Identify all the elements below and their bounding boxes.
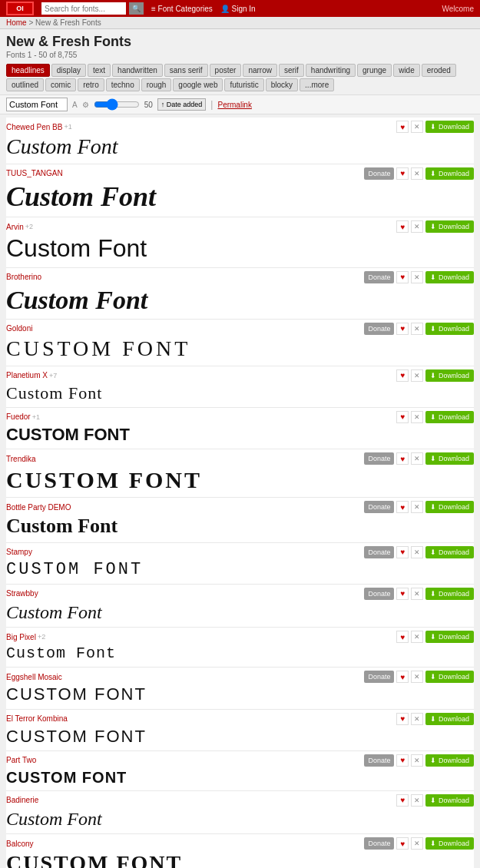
font-name-link[interactable]: Part Two — [6, 756, 36, 764]
font-name-link[interactable]: Planetium X — [6, 371, 48, 379]
heart-button[interactable]: ♥ — [396, 546, 409, 558]
donate-button[interactable]: Donate — [364, 452, 394, 465]
download-button[interactable]: ⬇ Download — [425, 452, 474, 465]
font-preview[interactable]: Custom Font — [6, 807, 474, 830]
filter-tab-handwritten[interactable]: handwritten — [112, 64, 163, 77]
block-button[interactable]: ✕ — [411, 671, 423, 683]
font-name-link[interactable]: El Terror Kombina — [6, 714, 68, 723]
filter-tab-blocky[interactable]: blocky — [266, 78, 298, 91]
filter-tab-eroded[interactable]: eroded — [422, 64, 456, 77]
block-button[interactable]: ✕ — [411, 271, 423, 283]
block-button[interactable]: ✕ — [411, 452, 423, 465]
filter-tab-poster[interactable]: poster — [210, 64, 242, 77]
download-button[interactable]: ⬇ Download — [425, 794, 474, 807]
font-preview[interactable]: Custom Font — [6, 644, 474, 664]
block-button[interactable]: ✕ — [411, 713, 423, 725]
donate-button[interactable]: Donate — [364, 754, 394, 767]
download-button[interactable]: ⬇ Download — [425, 411, 474, 423]
filter-tab----more[interactable]: ...more — [300, 78, 334, 91]
download-button[interactable]: ⬇ Download — [425, 220, 474, 233]
font-preview[interactable]: Custom Font — [6, 383, 474, 404]
font-preview[interactable]: Custom Font — [6, 234, 474, 263]
font-name-link[interactable]: Chewed Pen BB — [6, 123, 62, 131]
filter-tab-futuristic[interactable]: futuristic — [224, 78, 263, 91]
filter-tab-retro[interactable]: retro — [78, 78, 104, 91]
font-preview[interactable]: Custom Font — [6, 601, 474, 624]
font-name-link[interactable]: Trendika — [6, 455, 36, 463]
heart-button[interactable]: ♥ — [396, 671, 409, 683]
donate-button[interactable]: Donate — [364, 271, 394, 283]
breadcrumb-home[interactable]: Home — [6, 18, 27, 27]
font-name-link[interactable]: Arvin — [6, 223, 24, 231]
font-name-link[interactable]: Bottle Party DEMO — [6, 503, 71, 512]
download-button[interactable]: ⬇ Download — [425, 167, 474, 180]
font-preview[interactable]: CUSTOM FONT — [6, 559, 474, 581]
filter-tab-display[interactable]: display — [51, 64, 86, 77]
filter-tab-rough[interactable]: rough — [141, 78, 172, 91]
download-button[interactable]: ⬇ Download — [425, 754, 474, 767]
filter-tab-grunge[interactable]: grunge — [357, 64, 392, 77]
donate-button[interactable]: Donate — [364, 837, 394, 850]
donate-button[interactable]: Donate — [364, 671, 394, 683]
heart-button[interactable]: ♥ — [396, 754, 409, 767]
search-input[interactable] — [41, 2, 126, 15]
block-button[interactable]: ✕ — [411, 588, 423, 600]
font-preview[interactable]: CUSTOM FONT — [6, 767, 474, 787]
font-preview[interactable]: CUSTOM FONT — [6, 424, 474, 446]
signin-nav[interactable]: 👤 Sign In — [220, 5, 256, 13]
heart-button[interactable]: ♥ — [396, 323, 409, 335]
font-preview[interactable]: Custom Font — [6, 284, 474, 316]
permalink-link[interactable]: Permalink — [217, 101, 251, 109]
font-preview[interactable]: CUSTOM FONT — [6, 850, 474, 868]
block-button[interactable]: ✕ — [411, 220, 423, 233]
download-button[interactable]: ⬇ Download — [425, 631, 474, 643]
heart-button[interactable]: ♥ — [396, 452, 409, 465]
heart-button[interactable]: ♥ — [396, 837, 409, 850]
heart-button[interactable]: ♥ — [396, 121, 409, 133]
donate-button[interactable]: Donate — [364, 588, 394, 600]
filter-tab-sans-serif[interactable]: sans serif — [164, 64, 208, 77]
font-preview[interactable]: Custom Font — [6, 134, 474, 161]
heart-button[interactable]: ♥ — [396, 794, 409, 807]
download-button[interactable]: ⬇ Download — [425, 671, 474, 683]
filter-tab-comic[interactable]: comic — [45, 78, 76, 91]
heart-button[interactable]: ♥ — [396, 588, 409, 600]
download-button[interactable]: ⬇ Download — [425, 121, 474, 133]
block-button[interactable]: ✕ — [411, 121, 423, 133]
heart-button[interactable]: ♥ — [396, 167, 409, 180]
block-button[interactable]: ✕ — [411, 167, 423, 180]
block-button[interactable]: ✕ — [411, 411, 423, 423]
download-button[interactable]: ⬇ Download — [425, 837, 474, 850]
download-button[interactable]: ⬇ Download — [425, 588, 474, 600]
font-name-link[interactable]: Strawbby — [6, 589, 38, 598]
font-name-link[interactable]: Balcony — [6, 840, 34, 848]
font-name-link[interactable]: Brotherino — [6, 273, 41, 281]
heart-button[interactable]: ♥ — [396, 220, 409, 233]
heart-button[interactable]: ♥ — [396, 411, 409, 423]
filter-tab-headlines[interactable]: headlines — [6, 64, 50, 77]
heart-button[interactable]: ♥ — [396, 271, 409, 283]
block-button[interactable]: ✕ — [411, 837, 423, 850]
donate-button[interactable]: Donate — [364, 546, 394, 558]
filter-tab-narrow[interactable]: narrow — [243, 64, 277, 77]
font-name-link[interactable]: Eggshell Mosaic — [6, 673, 62, 681]
block-button[interactable]: ✕ — [411, 794, 423, 807]
filter-tab-text[interactable]: text — [88, 64, 111, 77]
heart-button[interactable]: ♥ — [396, 501, 409, 513]
font-preview[interactable]: CUSTOM FONT — [6, 465, 474, 494]
font-name-link[interactable]: Badinerie — [6, 796, 38, 804]
date-added-btn[interactable]: ↑ Date added — [157, 98, 207, 111]
block-button[interactable]: ✕ — [411, 501, 423, 513]
font-name-link[interactable]: Stampy — [6, 548, 32, 556]
font-name-link[interactable]: Big Pixel — [6, 633, 36, 641]
block-button[interactable]: ✕ — [411, 631, 423, 643]
preview-text-input[interactable] — [6, 98, 68, 111]
filter-tab-serif[interactable]: serif — [279, 64, 304, 77]
font-preview[interactable]: CUSTOM FONT — [6, 726, 474, 747]
download-button[interactable]: ⬇ Download — [425, 713, 474, 725]
heart-button[interactable]: ♥ — [396, 369, 409, 382]
donate-button[interactable]: Donate — [364, 167, 394, 180]
donate-button[interactable]: Donate — [364, 501, 394, 513]
logo[interactable]: OI — [6, 2, 34, 15]
download-button[interactable]: ⬇ Download — [425, 323, 474, 335]
